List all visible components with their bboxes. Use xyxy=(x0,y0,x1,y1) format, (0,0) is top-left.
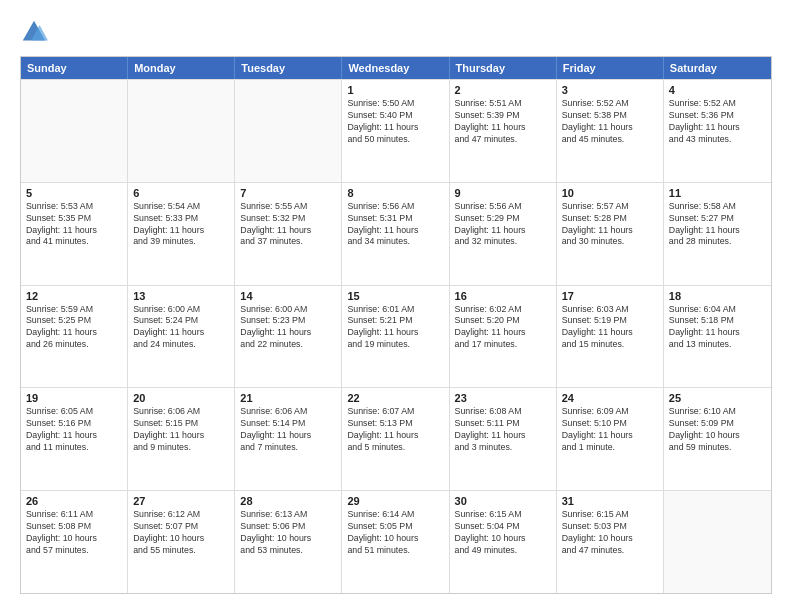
cell-daylight-info: Sunrise: 6:12 AM Sunset: 5:07 PM Dayligh… xyxy=(133,509,229,557)
day-number: 27 xyxy=(133,495,229,507)
day-number: 7 xyxy=(240,187,336,199)
cell-daylight-info: Sunrise: 5:52 AM Sunset: 5:38 PM Dayligh… xyxy=(562,98,658,146)
calendar-cell xyxy=(664,491,771,593)
day-number: 31 xyxy=(562,495,658,507)
calendar-cell: 20Sunrise: 6:06 AM Sunset: 5:15 PM Dayli… xyxy=(128,388,235,490)
calendar-week-5: 26Sunrise: 6:11 AM Sunset: 5:08 PM Dayli… xyxy=(21,490,771,593)
cell-daylight-info: Sunrise: 5:50 AM Sunset: 5:40 PM Dayligh… xyxy=(347,98,443,146)
header xyxy=(20,18,772,46)
cell-daylight-info: Sunrise: 5:59 AM Sunset: 5:25 PM Dayligh… xyxy=(26,304,122,352)
day-number: 29 xyxy=(347,495,443,507)
calendar-cell: 13Sunrise: 6:00 AM Sunset: 5:24 PM Dayli… xyxy=(128,286,235,388)
day-number: 18 xyxy=(669,290,766,302)
calendar-cell: 21Sunrise: 6:06 AM Sunset: 5:14 PM Dayli… xyxy=(235,388,342,490)
cell-daylight-info: Sunrise: 6:14 AM Sunset: 5:05 PM Dayligh… xyxy=(347,509,443,557)
calendar-week-4: 19Sunrise: 6:05 AM Sunset: 5:16 PM Dayli… xyxy=(21,387,771,490)
cell-daylight-info: Sunrise: 6:09 AM Sunset: 5:10 PM Dayligh… xyxy=(562,406,658,454)
day-number: 3 xyxy=(562,84,658,96)
day-number: 2 xyxy=(455,84,551,96)
day-number: 16 xyxy=(455,290,551,302)
calendar: SundayMondayTuesdayWednesdayThursdayFrid… xyxy=(20,56,772,594)
calendar-cell: 19Sunrise: 6:05 AM Sunset: 5:16 PM Dayli… xyxy=(21,388,128,490)
day-number: 26 xyxy=(26,495,122,507)
cell-daylight-info: Sunrise: 6:05 AM Sunset: 5:16 PM Dayligh… xyxy=(26,406,122,454)
day-number: 14 xyxy=(240,290,336,302)
calendar-body: 1Sunrise: 5:50 AM Sunset: 5:40 PM Daylig… xyxy=(21,79,771,593)
day-number: 22 xyxy=(347,392,443,404)
cell-daylight-info: Sunrise: 6:15 AM Sunset: 5:04 PM Dayligh… xyxy=(455,509,551,557)
day-header-monday: Monday xyxy=(128,57,235,79)
day-number: 24 xyxy=(562,392,658,404)
calendar-cell xyxy=(128,80,235,182)
cell-daylight-info: Sunrise: 6:13 AM Sunset: 5:06 PM Dayligh… xyxy=(240,509,336,557)
cell-daylight-info: Sunrise: 5:56 AM Sunset: 5:31 PM Dayligh… xyxy=(347,201,443,249)
calendar-cell: 16Sunrise: 6:02 AM Sunset: 5:20 PM Dayli… xyxy=(450,286,557,388)
calendar-cell: 25Sunrise: 6:10 AM Sunset: 5:09 PM Dayli… xyxy=(664,388,771,490)
cell-daylight-info: Sunrise: 6:06 AM Sunset: 5:15 PM Dayligh… xyxy=(133,406,229,454)
calendar-cell: 15Sunrise: 6:01 AM Sunset: 5:21 PM Dayli… xyxy=(342,286,449,388)
day-number: 6 xyxy=(133,187,229,199)
calendar-cell xyxy=(235,80,342,182)
day-number: 28 xyxy=(240,495,336,507)
calendar-cell: 4Sunrise: 5:52 AM Sunset: 5:36 PM Daylig… xyxy=(664,80,771,182)
day-header-tuesday: Tuesday xyxy=(235,57,342,79)
calendar-cell: 3Sunrise: 5:52 AM Sunset: 5:38 PM Daylig… xyxy=(557,80,664,182)
calendar-cell: 26Sunrise: 6:11 AM Sunset: 5:08 PM Dayli… xyxy=(21,491,128,593)
cell-daylight-info: Sunrise: 5:51 AM Sunset: 5:39 PM Dayligh… xyxy=(455,98,551,146)
day-number: 13 xyxy=(133,290,229,302)
day-number: 30 xyxy=(455,495,551,507)
calendar-cell: 22Sunrise: 6:07 AM Sunset: 5:13 PM Dayli… xyxy=(342,388,449,490)
calendar-cell: 7Sunrise: 5:55 AM Sunset: 5:32 PM Daylig… xyxy=(235,183,342,285)
calendar-cell: 30Sunrise: 6:15 AM Sunset: 5:04 PM Dayli… xyxy=(450,491,557,593)
calendar-week-1: 1Sunrise: 5:50 AM Sunset: 5:40 PM Daylig… xyxy=(21,79,771,182)
calendar-header: SundayMondayTuesdayWednesdayThursdayFrid… xyxy=(21,57,771,79)
calendar-cell xyxy=(21,80,128,182)
calendar-cell: 17Sunrise: 6:03 AM Sunset: 5:19 PM Dayli… xyxy=(557,286,664,388)
day-header-friday: Friday xyxy=(557,57,664,79)
day-number: 23 xyxy=(455,392,551,404)
cell-daylight-info: Sunrise: 5:58 AM Sunset: 5:27 PM Dayligh… xyxy=(669,201,766,249)
day-number: 8 xyxy=(347,187,443,199)
calendar-week-2: 5Sunrise: 5:53 AM Sunset: 5:35 PM Daylig… xyxy=(21,182,771,285)
calendar-cell: 8Sunrise: 5:56 AM Sunset: 5:31 PM Daylig… xyxy=(342,183,449,285)
cell-daylight-info: Sunrise: 6:10 AM Sunset: 5:09 PM Dayligh… xyxy=(669,406,766,454)
calendar-cell: 9Sunrise: 5:56 AM Sunset: 5:29 PM Daylig… xyxy=(450,183,557,285)
day-number: 10 xyxy=(562,187,658,199)
calendar-cell: 28Sunrise: 6:13 AM Sunset: 5:06 PM Dayli… xyxy=(235,491,342,593)
day-number: 17 xyxy=(562,290,658,302)
calendar-cell: 6Sunrise: 5:54 AM Sunset: 5:33 PM Daylig… xyxy=(128,183,235,285)
calendar-cell: 27Sunrise: 6:12 AM Sunset: 5:07 PM Dayli… xyxy=(128,491,235,593)
cell-daylight-info: Sunrise: 5:52 AM Sunset: 5:36 PM Dayligh… xyxy=(669,98,766,146)
calendar-cell: 11Sunrise: 5:58 AM Sunset: 5:27 PM Dayli… xyxy=(664,183,771,285)
day-number: 15 xyxy=(347,290,443,302)
calendar-cell: 10Sunrise: 5:57 AM Sunset: 5:28 PM Dayli… xyxy=(557,183,664,285)
day-number: 21 xyxy=(240,392,336,404)
calendar-cell: 18Sunrise: 6:04 AM Sunset: 5:18 PM Dayli… xyxy=(664,286,771,388)
calendar-cell: 12Sunrise: 5:59 AM Sunset: 5:25 PM Dayli… xyxy=(21,286,128,388)
day-number: 1 xyxy=(347,84,443,96)
cell-daylight-info: Sunrise: 6:02 AM Sunset: 5:20 PM Dayligh… xyxy=(455,304,551,352)
calendar-cell: 31Sunrise: 6:15 AM Sunset: 5:03 PM Dayli… xyxy=(557,491,664,593)
cell-daylight-info: Sunrise: 5:53 AM Sunset: 5:35 PM Dayligh… xyxy=(26,201,122,249)
day-header-thursday: Thursday xyxy=(450,57,557,79)
day-number: 9 xyxy=(455,187,551,199)
day-header-wednesday: Wednesday xyxy=(342,57,449,79)
cell-daylight-info: Sunrise: 6:06 AM Sunset: 5:14 PM Dayligh… xyxy=(240,406,336,454)
page: SundayMondayTuesdayWednesdayThursdayFrid… xyxy=(0,0,792,612)
day-number: 4 xyxy=(669,84,766,96)
cell-daylight-info: Sunrise: 5:55 AM Sunset: 5:32 PM Dayligh… xyxy=(240,201,336,249)
day-number: 5 xyxy=(26,187,122,199)
logo-icon xyxy=(20,18,48,46)
cell-daylight-info: Sunrise: 6:15 AM Sunset: 5:03 PM Dayligh… xyxy=(562,509,658,557)
calendar-week-3: 12Sunrise: 5:59 AM Sunset: 5:25 PM Dayli… xyxy=(21,285,771,388)
cell-daylight-info: Sunrise: 5:56 AM Sunset: 5:29 PM Dayligh… xyxy=(455,201,551,249)
calendar-cell: 2Sunrise: 5:51 AM Sunset: 5:39 PM Daylig… xyxy=(450,80,557,182)
logo xyxy=(20,18,52,46)
calendar-cell: 29Sunrise: 6:14 AM Sunset: 5:05 PM Dayli… xyxy=(342,491,449,593)
cell-daylight-info: Sunrise: 6:00 AM Sunset: 5:24 PM Dayligh… xyxy=(133,304,229,352)
cell-daylight-info: Sunrise: 6:00 AM Sunset: 5:23 PM Dayligh… xyxy=(240,304,336,352)
calendar-cell: 5Sunrise: 5:53 AM Sunset: 5:35 PM Daylig… xyxy=(21,183,128,285)
cell-daylight-info: Sunrise: 5:57 AM Sunset: 5:28 PM Dayligh… xyxy=(562,201,658,249)
calendar-cell: 24Sunrise: 6:09 AM Sunset: 5:10 PM Dayli… xyxy=(557,388,664,490)
cell-daylight-info: Sunrise: 6:08 AM Sunset: 5:11 PM Dayligh… xyxy=(455,406,551,454)
